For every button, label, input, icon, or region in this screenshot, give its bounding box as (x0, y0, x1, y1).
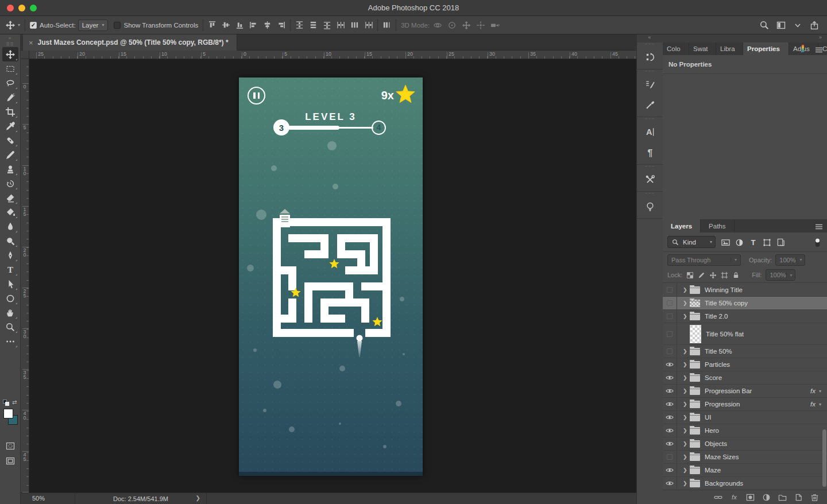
zoom-tool-tool[interactable] (2, 320, 18, 334)
checkbox-unchecked-icon[interactable] (114, 22, 121, 29)
visibility-eye-icon[interactable] (663, 464, 677, 476)
image-button[interactable] (721, 237, 730, 247)
layer-thumbnail[interactable] (690, 325, 701, 343)
panel-menu-icon[interactable] (814, 44, 824, 55)
dock-group-grip[interactable]: ⠒⠒⠒ (637, 69, 663, 74)
layer-row-title-50-[interactable]: ❯Title 50% (663, 345, 827, 358)
camera-3d-button[interactable] (490, 21, 500, 30)
layer-filter-dropdown[interactable]: Kind ▾ (667, 236, 716, 248)
expand-chevron-icon[interactable]: ❯ (683, 362, 687, 367)
visibility-eye-icon[interactable] (663, 424, 677, 437)
vertical-ruler[interactable]: 05101520253035404550 (21, 59, 29, 493)
mask-button[interactable] (746, 492, 755, 502)
visibility-empty-box[interactable] (663, 345, 677, 358)
move-tool[interactable] (2, 47, 18, 61)
history-brush-tool[interactable] (2, 176, 18, 191)
horizontal-ruler[interactable]: 252015105051015202530354045 (21, 51, 636, 59)
type-tool[interactable]: T (2, 262, 18, 277)
roll-3d-button[interactable] (447, 21, 457, 30)
distribute-bottom-button[interactable] (323, 21, 331, 29)
layer-row-ui[interactable]: ❯UI (663, 411, 827, 424)
lock-move-button[interactable] (709, 271, 717, 279)
active-tool-indicator[interactable]: ▾ (6, 21, 20, 30)
filter-toggle-switch[interactable] (813, 237, 822, 247)
dock-group-grip[interactable]: ⠒⠒⠒ (637, 117, 663, 122)
screen-mode-button[interactable] (2, 454, 18, 468)
expand-chevron-icon[interactable]: ❯ (683, 454, 687, 460)
distribute-vcenter-button[interactable] (309, 21, 318, 29)
fx-button[interactable]: fx (730, 492, 739, 502)
checkbox-checked-icon[interactable]: ✓ (30, 22, 37, 29)
blur-tool[interactable] (2, 219, 18, 234)
eyedropper-tool[interactable] (2, 119, 18, 133)
clone-source-panel-button[interactable] (637, 95, 663, 115)
default-colors-icon-bg[interactable] (5, 402, 9, 406)
hand-tool[interactable] (2, 305, 18, 320)
learn-bulb-panel-button[interactable] (637, 196, 663, 217)
align-bottom-button[interactable] (235, 21, 244, 29)
visibility-empty-box[interactable] (663, 284, 677, 296)
expand-chevron-icon[interactable]: ❯ (683, 441, 687, 447)
lock-artboard-button[interactable] (721, 271, 728, 279)
adjustment-button[interactable] (762, 492, 771, 502)
dock-group-grip[interactable]: ⠒⠒⠒ (637, 165, 663, 169)
tools-panel-collapse[interactable]: » (0, 34, 20, 41)
panel-menu-icon[interactable] (814, 221, 824, 231)
visibility-empty-box[interactable] (663, 451, 677, 463)
eraser-tool[interactable] (2, 191, 18, 205)
distribute-top-button[interactable] (295, 21, 304, 29)
visibility-eye-icon[interactable] (663, 371, 677, 384)
panel-tab-layers[interactable]: Layers (663, 219, 701, 232)
align-top-button[interactable] (208, 21, 217, 29)
zoom-level-value[interactable]: 50% (32, 495, 45, 502)
expand-chevron-icon[interactable]: ❯ (683, 414, 687, 420)
panel-tab-libra[interactable]: Libra (716, 42, 743, 55)
gradient-tool[interactable] (2, 205, 18, 219)
pan-3d-button[interactable] (462, 21, 471, 30)
clone-stamp-tool[interactable] (2, 162, 18, 176)
orbit-3d-button[interactable] (433, 21, 442, 30)
slide-3d-button[interactable] (476, 21, 485, 30)
chevron-right-icon[interactable]: ❯ (196, 495, 200, 501)
layer-row-progression-bar[interactable]: ❯Progression Barfx▾ (663, 385, 827, 398)
shape-button[interactable] (763, 237, 771, 247)
document-size-info[interactable]: Doc: 2.54M/541.9M ❯ (75, 493, 207, 504)
expand-chevron-icon[interactable]: ❯ (683, 300, 687, 306)
close-tab-icon[interactable]: × (29, 38, 33, 47)
expand-chevron-icon[interactable]: ❯ (683, 375, 687, 381)
swap-colors-icon[interactable]: ⇄ (12, 399, 17, 405)
ruler-origin-box[interactable] (21, 51, 29, 59)
align-vcenter-button[interactable] (222, 21, 230, 29)
path-select-tool[interactable] (2, 277, 18, 291)
expand-chevron-icon[interactable]: ❯ (683, 388, 687, 394)
character-panel-button[interactable]: A (637, 122, 663, 142)
dock-group-grip[interactable]: ⠒⠒⠒ (637, 42, 663, 47)
visibility-eye-icon[interactable] (663, 411, 677, 424)
visibility-empty-box[interactable] (663, 323, 677, 344)
quick-select-tool[interactable] (2, 90, 18, 104)
panel-tab-colo[interactable]: Colo (663, 42, 689, 55)
layer-row-winning-title[interactable]: ❯Winning Title (663, 284, 827, 297)
search-button[interactable] (760, 21, 769, 30)
history-panel-button[interactable] (637, 47, 663, 68)
quick-mask-button[interactable] (2, 439, 18, 453)
auto-select-checkbox[interactable]: ✓ Auto-Select: (30, 22, 76, 29)
tool-presets-panel-button[interactable] (637, 169, 663, 190)
dock-collapse-control[interactable]: « (637, 34, 663, 42)
panel-tab-paths[interactable]: Paths (701, 219, 734, 232)
layer-row-progression[interactable]: ❯Progressionfx▾ (663, 398, 827, 411)
layer-effects-badge[interactable]: fx▾ (810, 401, 821, 408)
trash-button[interactable] (810, 492, 819, 502)
dodge-tool[interactable] (2, 234, 18, 248)
layer-row-score[interactable]: ❯Score (663, 371, 827, 385)
visibility-eye-icon[interactable] (663, 398, 677, 410)
folder-new-button[interactable] (778, 492, 787, 502)
crop-tool[interactable] (2, 104, 18, 119)
layer-row-backgrounds[interactable]: ❯Backgrounds (663, 477, 827, 490)
visibility-eye-icon[interactable] (663, 437, 677, 450)
expand-chevron-icon[interactable]: ❯ (683, 480, 687, 486)
panel-tab-swat[interactable]: Swat (689, 42, 716, 55)
padlock-button[interactable] (732, 271, 740, 279)
layer-row-title-2-0[interactable]: ❯Title 2.0 (663, 310, 827, 323)
align-left-button[interactable] (249, 21, 258, 29)
